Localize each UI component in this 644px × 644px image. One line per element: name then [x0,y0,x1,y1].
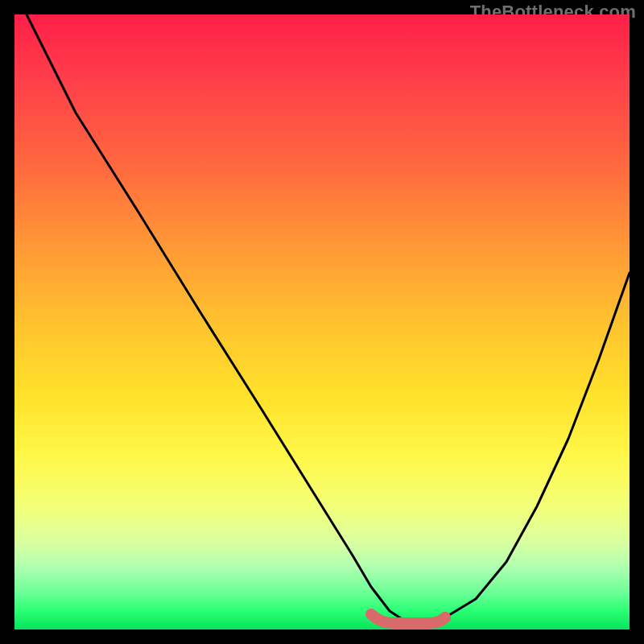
chart-plot-area [14,14,630,630]
optimal-band-path [371,614,445,623]
chart-frame: TheBottleneck.com [0,0,644,644]
bottleneck-curve [14,14,630,630]
curve-path [27,14,630,625]
optimal-band-end-dot [440,612,451,623]
